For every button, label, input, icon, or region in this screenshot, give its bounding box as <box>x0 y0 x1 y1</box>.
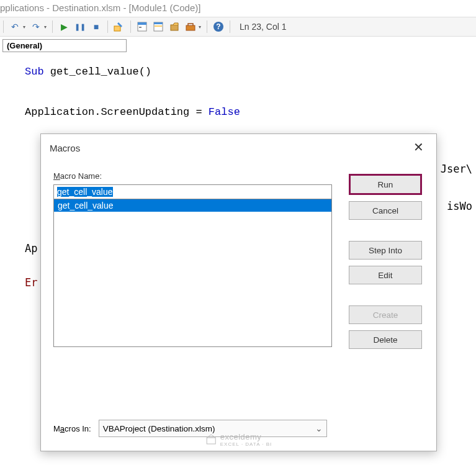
object-dropdown[interactable]: (General) <box>2 39 127 52</box>
toolbar-divider <box>130 20 131 33</box>
toolbar-divider <box>230 20 230 33</box>
svg-rect-11 <box>207 438 215 444</box>
code-editor[interactable]: Sub get_cell_value() Application.ScreenU… <box>0 55 476 122</box>
help-icon[interactable]: ? <box>212 20 225 34</box>
cursor-position: Ln 23, Col 1 <box>240 22 287 32</box>
watermark: exceldemy EXCEL · DATA · BI <box>205 432 272 447</box>
chevron-down-icon: ⌄ <box>315 423 323 433</box>
object-browser-icon[interactable] <box>168 20 181 34</box>
toolbar: ↶ ▾ ↷ ▾ ▶ ❚❚ ■ ▾ ? Ln 23, Col 1 <box>0 17 476 37</box>
run-button[interactable]: Run <box>349 174 422 195</box>
svg-rect-0 <box>114 26 120 31</box>
close-icon[interactable]: ✕ <box>409 140 428 155</box>
chevron-down-icon[interactable]: ▾ <box>199 24 201 30</box>
svg-text:?: ? <box>216 22 220 31</box>
macro-name-value: get_cell_value <box>57 187 113 197</box>
step-into-button[interactable]: Step Into <box>349 241 422 260</box>
dialog-body: Macro Name: get_cell_value get_cell_valu… <box>41 159 436 347</box>
keyword-false: False <box>209 106 240 118</box>
redo-icon[interactable]: ↷ <box>29 20 43 34</box>
code-partial-text: Ap <box>25 242 37 255</box>
macro-name-input[interactable]: get_cell_value <box>53 184 332 199</box>
macros-in-row: Macros In: VBAProject (Destination.xlsm)… <box>53 420 327 437</box>
object-selector-bar: (General) <box>0 37 476 55</box>
cancel-button[interactable]: Cancel <box>349 201 422 220</box>
svg-rect-8 <box>186 25 195 30</box>
window-title: pplications - Destination.xlsm - [Module… <box>0 0 476 17</box>
toolbar-divider <box>3 20 4 33</box>
code-partial-text: isWo <box>447 200 472 212</box>
dialog-button-column: Run Cancel Step Into Edit Create Delete <box>349 174 422 349</box>
stop-icon[interactable]: ■ <box>89 20 103 34</box>
code-partial-text: Er <box>25 276 37 289</box>
svg-rect-7 <box>171 25 178 30</box>
dialog-header: Macros ✕ <box>41 134 436 159</box>
macro-list[interactable]: get_cell_value <box>53 199 332 347</box>
watermark-tagline: EXCEL · DATA · BI <box>220 441 272 447</box>
code-partial-text: Jser\ <box>441 163 472 175</box>
run-icon[interactable]: ▶ <box>57 20 71 34</box>
chevron-down-icon[interactable]: ▾ <box>23 24 25 30</box>
svg-rect-3 <box>139 27 141 28</box>
svg-rect-2 <box>138 22 146 25</box>
toolbar-divider <box>207 20 207 33</box>
create-button: Create <box>349 305 422 324</box>
code-text: Application.ScreenUpdating = <box>25 106 209 118</box>
chevron-down-icon[interactable]: ▾ <box>44 24 47 30</box>
toolbox-icon[interactable] <box>184 20 197 34</box>
watermark-brand: exceldemy <box>220 432 262 441</box>
edit-button[interactable]: Edit <box>349 266 422 284</box>
design-mode-icon[interactable] <box>112 20 126 34</box>
macros-in-value: VBAProject (Destination.xlsm) <box>103 424 215 433</box>
properties-icon[interactable] <box>151 20 165 34</box>
macro-list-item[interactable]: get_cell_value <box>54 199 331 212</box>
keyword-sub: Sub <box>25 66 44 78</box>
macros-dialog: Macros ✕ Macro Name: get_cell_value get_… <box>40 133 437 451</box>
svg-rect-6 <box>155 25 162 27</box>
code-text: get_cell_value() <box>44 66 151 78</box>
svg-rect-5 <box>154 22 163 24</box>
delete-button[interactable]: Delete <box>349 330 422 349</box>
macros-in-label: Macros In: <box>53 424 91 433</box>
toolbar-divider <box>107 20 108 33</box>
toolbar-divider <box>52 20 53 33</box>
dialog-title: Macros <box>50 143 80 153</box>
undo-icon[interactable]: ↶ <box>8 20 22 34</box>
project-explorer-icon[interactable] <box>135 20 149 34</box>
pause-icon[interactable]: ❚❚ <box>73 20 87 34</box>
